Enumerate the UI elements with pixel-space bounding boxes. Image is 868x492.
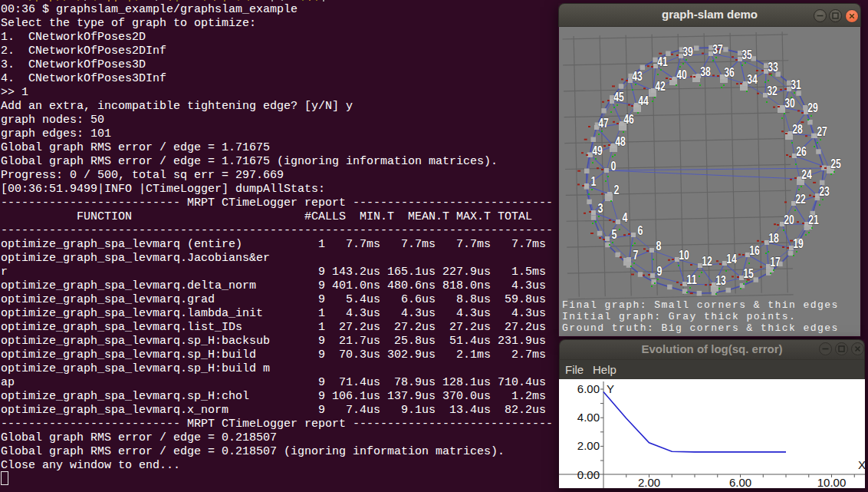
svg-text:26: 26 <box>796 144 807 159</box>
svg-text:31: 31 <box>791 78 801 92</box>
svg-text:21: 21 <box>808 213 819 227</box>
svg-text:Y: Y <box>607 382 614 395</box>
svg-text:47: 47 <box>598 116 609 130</box>
svg-text:8: 8 <box>656 239 662 253</box>
svg-text:41: 41 <box>657 54 668 69</box>
svg-text:2: 2 <box>614 183 620 197</box>
svg-text:34: 34 <box>747 72 758 87</box>
svg-text:6.00: 6.00 <box>729 476 751 488</box>
svg-text:2.00: 2.00 <box>638 476 660 488</box>
svg-text:20: 20 <box>784 213 794 227</box>
svg-text:5: 5 <box>612 227 617 242</box>
svg-text:37: 37 <box>712 42 723 57</box>
svg-text:16: 16 <box>749 243 760 258</box>
svg-text:17: 17 <box>770 255 781 269</box>
svg-text:4.00: 4.00 <box>577 411 600 424</box>
svg-text:11: 11 <box>686 272 697 287</box>
svg-text:32: 32 <box>767 84 778 98</box>
svg-text:24: 24 <box>801 167 812 182</box>
svg-text:6.00: 6.00 <box>577 382 600 395</box>
svg-text:1: 1 <box>591 174 597 189</box>
svg-text:44: 44 <box>638 94 649 108</box>
svg-text:19: 19 <box>793 236 804 251</box>
svg-text:48: 48 <box>615 134 626 149</box>
svg-text:23: 23 <box>819 184 830 199</box>
svg-text:12: 12 <box>702 254 712 269</box>
svg-text:6: 6 <box>638 223 643 238</box>
svg-text:27: 27 <box>817 124 827 139</box>
svg-text:0: 0 <box>611 159 616 173</box>
svg-text:X: X <box>858 458 865 471</box>
svg-text:33: 33 <box>768 60 778 74</box>
svg-text:43: 43 <box>632 69 643 84</box>
svg-text:0.00: 0.00 <box>577 468 600 481</box>
svg-text:40: 40 <box>676 68 687 82</box>
svg-text:15: 15 <box>743 266 754 281</box>
svg-text:46: 46 <box>623 112 634 127</box>
svg-text:29: 29 <box>807 101 818 115</box>
svg-text:35: 35 <box>741 48 752 62</box>
svg-text:22: 22 <box>795 192 806 206</box>
svg-text:10.00: 10.00 <box>817 476 847 488</box>
svg-text:25: 25 <box>830 157 841 171</box>
svg-text:38: 38 <box>700 64 711 79</box>
svg-text:2.00: 2.00 <box>577 439 600 452</box>
svg-text:3: 3 <box>598 201 603 216</box>
svg-text:10: 10 <box>679 248 689 263</box>
svg-text:28: 28 <box>792 122 803 137</box>
svg-text:42: 42 <box>655 79 666 94</box>
svg-text:45: 45 <box>613 90 624 104</box>
svg-text:30: 30 <box>784 96 795 111</box>
svg-text:14: 14 <box>726 252 737 266</box>
svg-text:7: 7 <box>633 248 639 263</box>
svg-text:39: 39 <box>682 45 693 59</box>
svg-text:4: 4 <box>623 210 628 225</box>
svg-text:18: 18 <box>768 231 779 246</box>
svg-text:9: 9 <box>657 264 663 279</box>
svg-text:36: 36 <box>724 65 735 80</box>
svg-text:49: 49 <box>592 144 603 158</box>
svg-text:13: 13 <box>715 273 726 288</box>
